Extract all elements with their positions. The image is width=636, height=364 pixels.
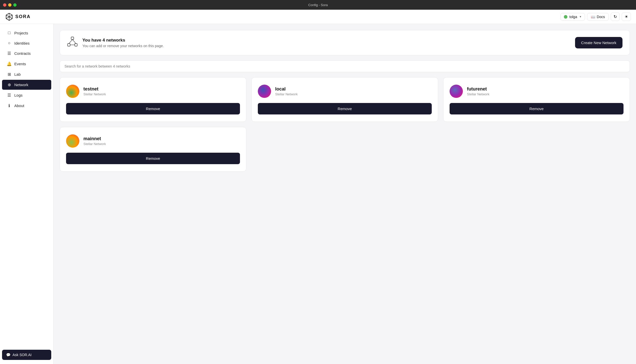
projects-icon: □ bbox=[7, 31, 12, 35]
remove-testnet-button[interactable]: Remove bbox=[66, 103, 240, 114]
app-body: □ Projects ○ Identities ☰ Contracts 🔔 Ev… bbox=[0, 24, 636, 364]
info-banner-text: You have 4 networks You can add or remov… bbox=[82, 38, 164, 48]
network-name: local bbox=[275, 86, 298, 92]
card-header: local Stellar Network bbox=[258, 85, 432, 98]
app: SORA tolga ▼ 📖 Docs ↻ ☀ bbox=[0, 10, 636, 364]
network-name: testnet bbox=[83, 86, 106, 92]
refresh-icon: ↻ bbox=[614, 15, 617, 19]
sidebar-item-label: Projects bbox=[14, 31, 28, 35]
network-card-mainnet: mainnet Stellar Network Remove bbox=[60, 127, 246, 172]
info-banner-left: You have 4 networks You can add or remov… bbox=[67, 36, 164, 49]
network-type: Stellar Network bbox=[467, 92, 489, 96]
sidebar-item-projects[interactable]: □ Projects bbox=[2, 28, 51, 38]
main-content: You have 4 networks You can add or remov… bbox=[54, 24, 636, 364]
sidebar-nav: □ Projects ○ Identities ☰ Contracts 🔔 Ev… bbox=[0, 28, 53, 111]
sidebar-item-events[interactable]: 🔔 Events bbox=[2, 59, 51, 69]
about-icon: ℹ bbox=[7, 103, 12, 108]
banner-title: You have 4 networks bbox=[82, 38, 164, 43]
ask-ai-button[interactable]: 💬 Ask SOR.AI bbox=[2, 350, 51, 360]
contracts-icon: ☰ bbox=[7, 51, 12, 56]
svg-line-8 bbox=[72, 40, 76, 44]
remove-mainnet-button[interactable]: Remove bbox=[66, 153, 240, 164]
sidebar-item-label: Logs bbox=[14, 93, 23, 97]
network-grid-bottom: mainnet Stellar Network Remove bbox=[60, 127, 630, 172]
theme-icon: ☀ bbox=[625, 15, 628, 19]
sidebar-item-about[interactable]: ℹ About bbox=[2, 101, 51, 111]
ask-ai-icon: 💬 bbox=[6, 353, 10, 357]
network-card-testnet: testnet Stellar Network Remove bbox=[60, 77, 246, 122]
create-network-button[interactable]: Create New Network bbox=[575, 37, 622, 48]
sidebar-item-network[interactable]: ⊕ Network bbox=[2, 80, 51, 90]
sidebar-item-logs[interactable]: ☰ Logs bbox=[2, 90, 51, 100]
network-grid-top: testnet Stellar Network Remove local Ste… bbox=[60, 77, 630, 122]
traffic-lights bbox=[3, 3, 17, 7]
docs-button[interactable]: 📖 Docs bbox=[587, 13, 609, 21]
close-button[interactable] bbox=[3, 3, 6, 7]
card-header: testnet Stellar Network bbox=[66, 85, 240, 98]
sidebar: □ Projects ○ Identities ☰ Contracts 🔔 Ev… bbox=[0, 24, 54, 364]
docs-label: Docs bbox=[597, 15, 605, 19]
logo-text: SORA bbox=[15, 14, 31, 19]
svg-rect-4 bbox=[71, 37, 74, 40]
maximize-button[interactable] bbox=[13, 3, 17, 7]
user-name: tolga bbox=[569, 15, 577, 19]
network-type: Stellar Network bbox=[83, 142, 106, 146]
remove-futurenet-button[interactable]: Remove bbox=[450, 103, 624, 114]
theme-button[interactable]: ☀ bbox=[622, 12, 631, 21]
events-icon: 🔔 bbox=[7, 61, 12, 66]
svg-line-7 bbox=[69, 40, 72, 44]
network-card-local: local Stellar Network Remove bbox=[251, 77, 438, 122]
user-status-dot bbox=[564, 15, 567, 19]
network-card-futurenet: futurenet Stellar Network Remove bbox=[443, 77, 630, 122]
window-title: Config - Sora bbox=[308, 3, 328, 7]
sidebar-item-lab[interactable]: ⊞ Lab bbox=[2, 69, 51, 79]
sidebar-item-label: Contracts bbox=[14, 51, 31, 56]
refresh-button[interactable]: ↻ bbox=[611, 12, 620, 21]
svg-rect-6 bbox=[75, 44, 77, 46]
network-type: Stellar Network bbox=[83, 92, 106, 96]
network-name: futurenet bbox=[467, 86, 489, 92]
local-avatar bbox=[258, 85, 271, 98]
logo-icon bbox=[5, 13, 13, 21]
user-selector[interactable]: tolga ▼ bbox=[561, 13, 585, 21]
network-type: Stellar Network bbox=[275, 92, 298, 96]
remove-local-button[interactable]: Remove bbox=[258, 103, 432, 114]
network-info: testnet Stellar Network bbox=[83, 86, 106, 96]
minimize-button[interactable] bbox=[8, 3, 11, 7]
info-banner: You have 4 networks You can add or remov… bbox=[60, 30, 630, 55]
lab-icon: ⊞ bbox=[7, 72, 12, 77]
header: SORA tolga ▼ 📖 Docs ↻ ☀ bbox=[0, 10, 636, 24]
network-name: mainnet bbox=[83, 136, 106, 141]
docs-icon: 📖 bbox=[591, 15, 595, 19]
card-header: futurenet Stellar Network bbox=[450, 85, 624, 98]
sidebar-item-label: Lab bbox=[14, 72, 21, 76]
sidebar-item-label: Network bbox=[14, 83, 28, 87]
sidebar-item-label: About bbox=[14, 103, 24, 108]
sidebar-item-contracts[interactable]: ☰ Contracts bbox=[2, 48, 51, 58]
header-right: tolga ▼ 📖 Docs ↻ ☀ bbox=[561, 12, 631, 21]
logs-icon: ☰ bbox=[7, 93, 12, 98]
identities-icon: ○ bbox=[7, 41, 12, 45]
card-header: mainnet Stellar Network bbox=[66, 134, 240, 148]
testnet-avatar bbox=[66, 85, 79, 98]
titlebar: Config - Sora bbox=[0, 0, 636, 10]
search-input[interactable] bbox=[60, 60, 630, 72]
banner-description: You can add or remove your networks on t… bbox=[82, 44, 164, 48]
sidebar-item-label: Identities bbox=[14, 41, 30, 45]
ask-ai-label: Ask SOR.AI bbox=[12, 353, 32, 357]
network-icon: ⊕ bbox=[7, 82, 12, 87]
network-info: mainnet Stellar Network bbox=[83, 136, 106, 146]
mainnet-avatar bbox=[66, 134, 79, 148]
futurenet-avatar bbox=[450, 85, 463, 98]
sidebar-item-identities[interactable]: ○ Identities bbox=[2, 38, 51, 48]
network-topology-icon bbox=[67, 36, 78, 49]
sidebar-bottom: 💬 Ask SOR.AI bbox=[0, 350, 53, 360]
network-info: local Stellar Network bbox=[275, 86, 298, 96]
sidebar-item-label: Events bbox=[14, 62, 26, 66]
svg-rect-5 bbox=[68, 44, 70, 46]
logo: SORA bbox=[5, 13, 31, 21]
chevron-down-icon: ▼ bbox=[579, 15, 582, 18]
network-info: futurenet Stellar Network bbox=[467, 86, 489, 96]
